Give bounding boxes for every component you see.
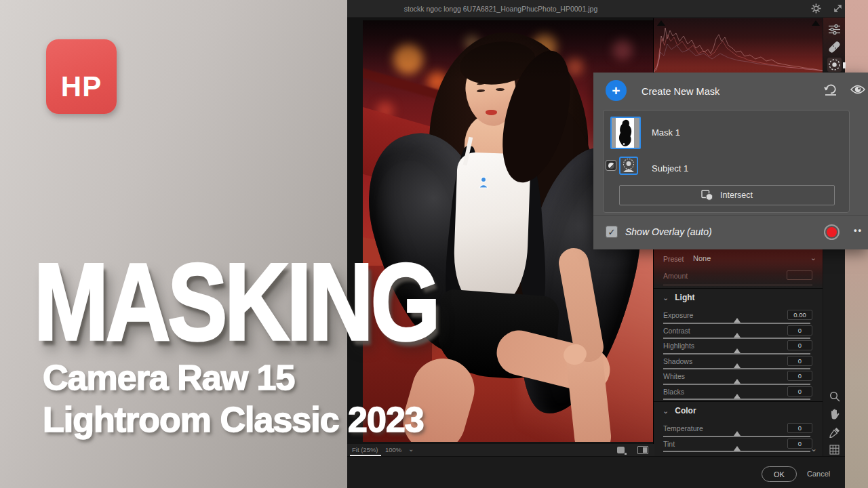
slider-label: Highlights — [663, 342, 694, 350]
overlay-footer: ✓ Show Overlay (auto) •• — [593, 215, 868, 249]
slider-row-contrast: Contrast 0 — [663, 325, 812, 341]
slider-track[interactable] — [663, 338, 810, 339]
histogram[interactable] — [653, 18, 823, 73]
light-sliders: Exposure 0.00 Contrast 0 Highlights 0 Sh… — [654, 306, 823, 401]
preset-value-dropdown[interactable]: None — [693, 254, 711, 262]
subtitle-camera-raw: Camera Raw 15 — [43, 357, 294, 398]
slider-track[interactable] — [663, 384, 810, 385]
create-mask-plus-button[interactable]: + — [606, 80, 627, 101]
titlebar: stockk ngoc longg 6U7A6821_HoangPhucPhot… — [347, 0, 845, 18]
amount-label: Amount — [663, 272, 688, 280]
healing-brush-icon[interactable] — [827, 40, 842, 54]
before-after-view-icon[interactable] — [637, 446, 648, 454]
slider-value[interactable]: 0 — [787, 439, 812, 449]
intersect-icon — [701, 190, 713, 201]
subject-select-pin-icon[interactable] — [478, 176, 489, 188]
histogram-curves — [654, 18, 823, 73]
filmstrip-toggle-icon[interactable] — [617, 447, 625, 453]
slider-track[interactable] — [663, 323, 810, 324]
amount-slider[interactable] — [663, 285, 812, 285]
slider-value[interactable]: 0 — [787, 356, 812, 366]
slider-value[interactable]: 0 — [787, 325, 812, 336]
fullscreen-expand-icon[interactable] — [833, 3, 843, 14]
slider-track[interactable] — [663, 451, 810, 452]
slider-value[interactable]: 0.00 — [787, 310, 812, 320]
cancel-button[interactable]: Cancel — [807, 470, 830, 478]
ok-button[interactable]: OK — [762, 466, 797, 482]
show-overlay-checkbox[interactable]: ✓ — [606, 226, 618, 238]
create-new-mask-panel: + Create New Mask — [593, 73, 868, 249]
settings-gear-icon[interactable] — [811, 3, 821, 14]
slider-label: Contrast — [663, 327, 690, 335]
slider-label: Temperature — [663, 424, 703, 432]
mask-thumbnail[interactable] — [610, 117, 641, 149]
slider-value[interactable]: 0 — [787, 340, 812, 350]
slider-track[interactable] — [663, 436, 810, 437]
thumbnail-stage: stockk ngoc longg 6U7A6821_HoangPhucPhot… — [0, 0, 868, 488]
scroll-down-chevron-icon[interactable]: ⌄ — [810, 444, 817, 453]
section-title: Color — [675, 406, 696, 415]
light-section-header[interactable]: ⌄ Light — [654, 289, 823, 306]
intersect-button[interactable]: Intersect — [619, 185, 835, 205]
masking-tool-icon[interactable] — [827, 58, 842, 72]
hp-logo-text: HP — [61, 70, 102, 103]
select-subject-icon[interactable] — [619, 157, 638, 175]
subject-item-label[interactable]: Subject 1 — [652, 163, 688, 174]
slider-value[interactable]: 0 — [787, 371, 812, 381]
slider-thumb[interactable] — [734, 333, 741, 338]
slider-value[interactable]: 0 — [787, 423, 812, 433]
slider-thumb[interactable] — [734, 348, 741, 353]
chevron-down-icon: ⌄ — [663, 294, 669, 302]
slider-track[interactable] — [663, 353, 810, 354]
subtitle-lightroom: Lightroom Classic 2023 — [43, 399, 424, 440]
slider-row-whites: Whites 0 — [663, 371, 812, 386]
chevron-down-icon: ⌄ — [663, 407, 669, 415]
slider-label: Exposure — [663, 311, 693, 319]
zoom-bar: Fit (25%) 100% ⌄ — [347, 444, 654, 456]
fit-zoom-tab[interactable]: Fit (25%) — [352, 446, 378, 453]
mask-mode-icon[interactable] — [606, 160, 616, 171]
hand-tool-icon[interactable] — [827, 407, 842, 421]
slider-track[interactable] — [663, 368, 810, 369]
subject-eye — [496, 88, 505, 91]
slider-label: Whites — [663, 372, 685, 380]
eyedropper-icon[interactable] — [827, 425, 842, 439]
slider-label: Blacks — [663, 388, 684, 396]
section-title: Light — [675, 293, 694, 302]
slider-thumb[interactable] — [734, 446, 741, 451]
slider-thumb[interactable] — [734, 379, 741, 384]
chevron-down-icon[interactable]: ⌄ — [408, 445, 414, 453]
slider-thumb[interactable] — [734, 394, 741, 399]
hp-logo: HP — [46, 39, 117, 114]
amount-value-box[interactable] — [787, 270, 812, 280]
slider-label: Tint — [663, 440, 675, 448]
dialog-footer: OK Cancel — [347, 456, 845, 488]
slider-thumb[interactable] — [734, 318, 741, 323]
slider-row-highlights: Highlights 0 — [663, 340, 812, 356]
color-section-header[interactable]: ⌄ Color — [654, 402, 823, 420]
create-new-mask-label: Create New Mask — [642, 86, 719, 97]
chevron-down-icon[interactable]: ⌄ — [810, 253, 816, 262]
highlight-clipping-icon[interactable] — [812, 20, 820, 26]
slider-row-shadows: Shadows 0 — [663, 356, 812, 371]
slider-row-tint: Tint 0 — [663, 439, 812, 454]
zoom-tool-icon[interactable] — [827, 389, 842, 403]
slider-value[interactable]: 0 — [787, 386, 812, 396]
eye-visibility-icon[interactable] — [850, 84, 865, 95]
panel-anchor-mark — [843, 62, 846, 68]
slider-track[interactable] — [663, 399, 810, 400]
zoom-100-tab[interactable]: 100% — [385, 446, 401, 453]
slider-thumb[interactable] — [734, 431, 741, 436]
mask-list-box: Mask 1 Subject 1 Intersect — [603, 110, 850, 213]
overlay-options-dots[interactable]: •• — [854, 225, 863, 235]
reset-undo-icon[interactable] — [823, 83, 838, 96]
overlay-color-swatch[interactable] — [824, 224, 840, 240]
edit-sliders-icon[interactable] — [827, 22, 842, 37]
shadow-clipping-icon[interactable] — [657, 20, 665, 26]
slider-row-temperature: Temperature 0 — [663, 423, 812, 439]
mask-item-label[interactable]: Mask 1 — [652, 127, 680, 138]
preset-label: Preset — [663, 255, 684, 263]
grid-overlay-icon[interactable] — [827, 443, 842, 457]
slider-thumb[interactable] — [734, 363, 741, 368]
show-overlay-label: Show Overlay (auto) — [625, 226, 712, 237]
